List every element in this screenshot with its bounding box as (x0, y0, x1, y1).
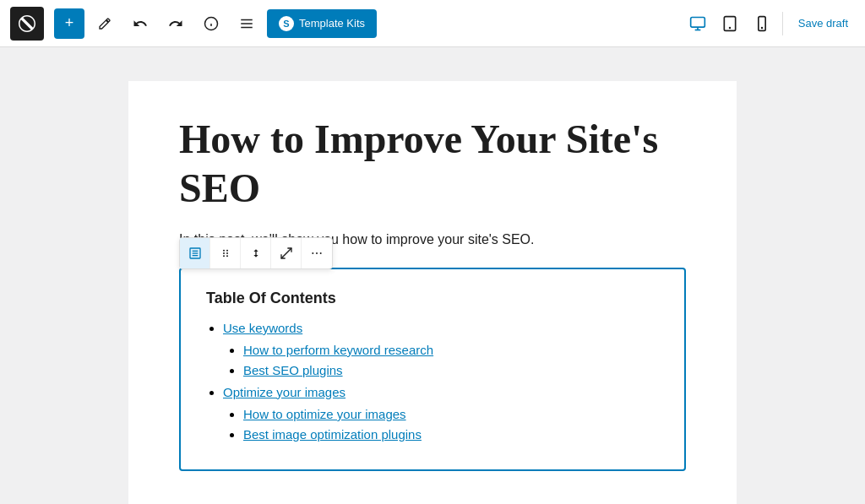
list-view-button[interactable] (231, 8, 262, 39)
svg-point-21 (223, 255, 225, 257)
tools-button[interactable] (90, 8, 120, 39)
svg-point-22 (226, 255, 228, 257)
svg-rect-6 (690, 17, 705, 27)
toc-sublist-images: How to optimize your images Best image o… (223, 407, 659, 442)
toc-link-keyword-research[interactable]: How to perform keyword research (243, 343, 433, 357)
svg-point-19 (223, 252, 225, 254)
info-button[interactable] (196, 8, 226, 39)
block-toolbar (179, 237, 333, 269)
svg-point-17 (223, 250, 225, 252)
list-item: Best SEO plugins (243, 363, 659, 378)
toc-link-how-optimize-images[interactable]: How to optimize your images (243, 407, 406, 421)
svg-point-23 (312, 252, 313, 254)
svg-point-24 (316, 252, 318, 254)
template-kits-label: Template Kits (299, 17, 365, 30)
toc-link-image-plugins[interactable]: Best image optimization plugins (243, 427, 422, 442)
editor-area: How to Improve Your Site's SEO In this p… (0, 47, 865, 504)
list-item: How to optimize your images (243, 407, 659, 422)
block-tool-drag[interactable] (210, 238, 241, 268)
toc-sublist: How to perform keyword research Best SEO… (223, 343, 659, 378)
add-block-button[interactable]: + (54, 8, 84, 39)
divider (782, 12, 783, 35)
post-title[interactable]: How to Improve Your Site's SEO (179, 115, 686, 212)
svg-point-18 (226, 250, 228, 252)
list-item: Best image optimization plugins (243, 427, 659, 442)
topbar: + S Template Kits Save draft (0, 0, 865, 47)
save-draft-button[interactable]: Save draft (792, 14, 855, 33)
toc-list: Use keywords How to perform keyword rese… (206, 321, 659, 442)
block-tool-list[interactable] (180, 238, 210, 268)
desktop-view-button[interactable] (686, 12, 710, 35)
topbar-right: Save draft (686, 12, 855, 35)
toc-box: Table Of Contents Use keywords How to pe… (179, 268, 686, 471)
block-tool-transform[interactable] (271, 238, 302, 268)
toc-title: Table Of Contents (206, 290, 659, 307)
redo-button[interactable] (160, 8, 191, 39)
block-tool-move[interactable] (241, 238, 271, 268)
template-kits-button[interactable]: S Template Kits (267, 9, 377, 38)
list-item: Use keywords How to perform keyword rese… (223, 321, 659, 378)
block-tool-more[interactable] (302, 238, 332, 268)
list-item: How to perform keyword research (243, 343, 659, 358)
svg-point-20 (226, 252, 228, 254)
wp-logo (10, 7, 44, 41)
mobile-view-button[interactable] (750, 12, 774, 35)
toc-link-seo-plugins[interactable]: Best SEO plugins (243, 363, 343, 377)
editor-content: How to Improve Your Site's SEO In this p… (128, 81, 737, 504)
undo-button[interactable] (125, 8, 155, 39)
toc-link-optimize-images[interactable]: Optimize your images (223, 385, 345, 399)
template-kits-badge: S (279, 16, 294, 31)
list-item: Optimize your images How to optimize you… (223, 385, 659, 442)
toc-link-use-keywords[interactable]: Use keywords (223, 321, 302, 335)
tablet-view-button[interactable] (718, 12, 742, 35)
svg-point-25 (320, 252, 322, 254)
